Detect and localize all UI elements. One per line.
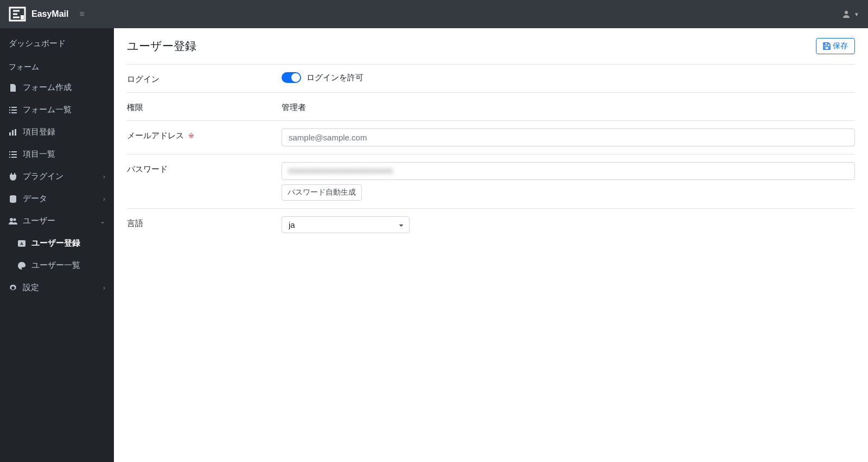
email-label: メールアドレス ※ [127,129,282,141]
navbar-brand: EasyMail [31,9,68,19]
sidebar-item-item-register[interactable]: 項目登録 [0,121,114,143]
sidebar-item-form-list[interactable]: フォーム一覧 [0,99,114,121]
main-content: ユーザー登録 保存 ログイン ログインを許可 権限 管理者 [114,28,868,462]
password-label: パスワード [127,162,282,175]
sidebar-item-label: フォーム作成 [23,82,72,93]
sidebar-item-dashboard[interactable]: ダッシュボード [0,33,114,55]
svg-point-20 [14,218,16,221]
email-input[interactable] [282,129,855,146]
svg-point-2 [845,11,848,14]
chevron-right-icon: › [103,173,105,181]
password-generate-button[interactable]: パスワード自動生成 [282,184,362,201]
user-icon [842,10,851,18]
svg-rect-14 [9,154,10,155]
form-row-email: メールアドレス ※ [127,121,855,155]
svg-rect-15 [11,154,17,155]
svg-point-19 [10,218,13,221]
form-row-language: 言語 ja [127,209,855,241]
users-icon [9,217,17,226]
navbar-logo-area[interactable]: EasyMail [9,5,68,23]
svg-rect-3 [9,107,10,108]
svg-rect-12 [9,151,10,152]
svg-rect-17 [11,157,17,158]
required-mark: ※ [188,132,194,140]
sidebar-item-label: フォーム一覧 [23,105,72,115]
chevron-down-icon: ⌄ [100,217,105,225]
email-label-text: メールアドレス [127,131,184,140]
form-row-role: 権限 管理者 [127,93,855,121]
page-title: ユーザー登録 [127,39,196,54]
svg-rect-1 [21,15,24,20]
svg-text:A: A [20,241,23,246]
plug-icon [9,172,17,181]
sidebar-item-label: 項目一覧 [23,149,55,159]
sidebar-item-item-list[interactable]: 項目一覧 [0,143,114,165]
svg-rect-7 [9,112,10,113]
svg-rect-16 [9,157,10,158]
svg-rect-10 [12,130,14,136]
caret-down-icon: ▼ [854,11,859,17]
language-label: 言語 [127,216,282,229]
logo-icon [9,5,26,23]
svg-rect-6 [11,110,17,111]
navbar: EasyMail ≡ ▼ [0,0,868,28]
save-button[interactable]: 保存 [816,38,855,54]
sidebar-item-form-create[interactable]: フォーム作成 [0,76,114,99]
sidebar-item-label: ユーザー一覧 [31,260,80,271]
list-icon [9,106,17,114]
form-row-login: ログイン ログインを許可 [127,65,855,93]
dashboard-icon [9,128,17,137]
text-icon: A [17,239,26,248]
sidebar-item-user[interactable]: ユーザー ⌄ [0,210,114,232]
page-header: ユーザー登録 保存 [127,38,855,65]
sidebar-item-label: ユーザー [23,216,55,226]
database-icon [9,195,17,203]
gear-icon [9,284,17,292]
user-menu[interactable]: ▼ [842,10,859,18]
sidebar-item-settings[interactable]: 設定 › [0,277,114,299]
form-row-password: パスワード ●●●●●●●●●●●●●●●●●●●● パスワード自動生成 [127,155,855,209]
login-label: ログイン [127,72,282,85]
svg-rect-9 [9,132,11,136]
sidebar: ダッシュボード フォーム フォーム作成 フォーム一覧 項目登録 項目一 [0,28,114,462]
palette-icon [17,261,26,270]
svg-rect-4 [11,107,17,108]
menu-toggle-icon[interactable]: ≡ [79,9,84,19]
sidebar-item-label: 設定 [23,283,39,293]
sidebar-subitem-user-list[interactable]: ユーザー一覧 [0,254,114,277]
svg-rect-11 [15,129,16,136]
login-toggle-label: ログインを許可 [307,73,363,83]
sidebar-item-label: ダッシュボード [9,39,66,49]
svg-rect-5 [9,110,10,111]
sidebar-item-label: データ [23,194,47,204]
svg-rect-8 [11,112,17,113]
svg-rect-13 [11,151,17,152]
sidebar-item-data[interactable]: データ › [0,188,114,210]
save-button-label: 保存 [833,41,848,51]
save-icon [823,42,831,50]
sidebar-item-label: ユーザー登録 [31,238,80,248]
chevron-right-icon: › [103,284,105,292]
role-label: 権限 [127,100,282,113]
sidebar-item-plugin[interactable]: プラグイン › [0,165,114,188]
file-icon [9,84,17,92]
list-icon [9,150,17,159]
role-value: 管理者 [282,100,855,113]
chevron-right-icon: › [103,195,105,203]
language-select[interactable]: ja [282,216,410,233]
password-input[interactable] [282,162,855,180]
sidebar-item-label: プラグイン [23,171,63,182]
sidebar-subitem-user-register[interactable]: A ユーザー登録 [0,232,114,254]
sidebar-heading-forms: フォーム [0,55,114,76]
login-toggle[interactable] [282,72,301,83]
sidebar-item-label: 項目登録 [23,127,55,137]
